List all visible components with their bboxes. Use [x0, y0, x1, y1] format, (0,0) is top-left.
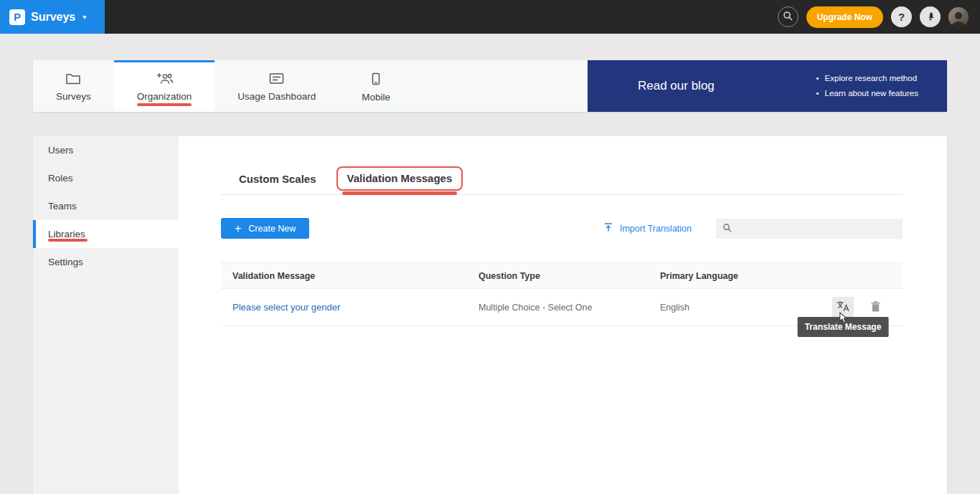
import-translation-link[interactable]: Import Translation: [603, 222, 692, 234]
create-new-label: Create New: [248, 224, 296, 234]
brand-logo-icon: P: [9, 9, 25, 25]
sidebar-item-users[interactable]: Users: [33, 136, 179, 164]
validation-message-link[interactable]: Please select your gender: [232, 302, 340, 313]
sidebar-item-label: Roles: [48, 173, 73, 184]
sidebar-item-label: Users: [48, 145, 73, 156]
plus-icon: +: [235, 223, 241, 234]
search-icon: [722, 222, 732, 235]
user-avatar[interactable]: [948, 7, 969, 27]
blog-bullet-list: Explore research method Learn about new …: [816, 71, 918, 101]
module-tab-label: Usage Dashboard: [237, 91, 316, 102]
module-tab-surveys[interactable]: Surveys: [33, 60, 114, 112]
sidebar-item-libraries[interactable]: Libraries: [33, 220, 179, 248]
help-button[interactable]: ?: [891, 6, 912, 27]
import-icon: [603, 222, 613, 234]
annotation-box-validation-messages: Validation Messages: [336, 166, 463, 191]
module-nav-row: Surveys Organization: [33, 60, 947, 112]
sidebar-item-label: Libraries: [48, 229, 85, 239]
module-tab-organization[interactable]: Organization: [114, 60, 215, 112]
sidebar-item-settings[interactable]: Settings: [33, 248, 179, 276]
mobile-icon: [372, 72, 380, 87]
topbar-actions: Upgrade Now ?: [778, 6, 969, 28]
blog-bullet: Explore research method: [816, 71, 918, 86]
cursor-icon: [839, 312, 849, 326]
folder-icon: [65, 72, 81, 87]
table-toolbar: + Create New Import Translation: [221, 218, 903, 239]
sidebar-item-label: Settings: [48, 257, 83, 267]
tab-validation-messages[interactable]: Validation Messages: [347, 172, 453, 184]
tab-custom-scales[interactable]: Custom Scales: [239, 173, 316, 185]
column-header-validation-message: Validation Message: [232, 271, 479, 281]
module-tab-label: Mobile: [362, 92, 390, 103]
annotation-underline-validation-messages: [342, 191, 458, 195]
app-switcher[interactable]: P Surveys ▾: [0, 0, 105, 34]
annotation-underline-libraries: [48, 239, 88, 242]
toolbar-right: Import Translation: [603, 219, 903, 239]
row-actions: Translate Message: [818, 297, 903, 318]
table-header-row: Validation Message Question Type Primary…: [221, 262, 903, 289]
blog-panel-title: Read our blog: [638, 79, 715, 93]
column-header-primary-language: Primary Language: [660, 271, 818, 281]
app-name: Surveys: [31, 11, 75, 24]
create-new-button[interactable]: + Create New: [221, 218, 309, 239]
dashboard-icon: [269, 72, 284, 87]
trash-icon: [870, 300, 881, 315]
chevron-down-icon: ▾: [83, 13, 86, 21]
primary-language-cell: English: [660, 303, 818, 313]
module-tab-label: Surveys: [56, 91, 91, 102]
people-icon: [156, 72, 174, 87]
module-tab-mobile[interactable]: Mobile: [339, 60, 413, 112]
settings-sidebar: Users Roles Teams Libraries Settings: [33, 136, 179, 494]
question-type-cell: Multiple Choice - Select One: [479, 303, 660, 313]
sidebar-item-label: Teams: [48, 201, 77, 212]
search-input[interactable]: [737, 224, 896, 234]
bell-icon: [925, 10, 936, 24]
upgrade-now-button[interactable]: Upgrade Now: [806, 6, 883, 28]
library-tabs: Custom Scales Validation Messages: [221, 172, 903, 195]
delete-message-button[interactable]: [864, 297, 886, 318]
top-bar: P Surveys ▾ Upgrade Now ?: [0, 0, 980, 34]
blog-promo-panel[interactable]: Read our blog Explore research method Le…: [588, 60, 947, 112]
sidebar-item-roles[interactable]: Roles: [33, 164, 179, 192]
tooltip-wrap: Translate Message: [798, 321, 889, 332]
notifications-button[interactable]: [920, 6, 941, 27]
global-search-button[interactable]: [778, 6, 798, 27]
question-mark-icon: ?: [898, 11, 905, 23]
table-search: [716, 219, 903, 239]
search-icon: [783, 11, 793, 24]
validation-messages-table: Validation Message Question Type Primary…: [221, 262, 903, 326]
translate-message-button[interactable]: Translate Message: [832, 297, 854, 318]
person-silhouette-icon: [948, 10, 969, 27]
sidebar-item-teams[interactable]: Teams: [33, 192, 179, 220]
column-header-question-type: Question Type: [479, 271, 660, 281]
libraries-content: Custom Scales Validation Messages + Crea…: [179, 136, 947, 494]
blog-bullet: Learn about new features: [816, 86, 918, 101]
module-tab-label: Organization: [137, 91, 192, 102]
module-tabs: Surveys Organization: [33, 60, 588, 112]
import-translation-label: Import Translation: [620, 224, 692, 234]
module-tab-usage-dashboard[interactable]: Usage Dashboard: [215, 60, 339, 112]
table-row: Please select your gender Multiple Choic…: [221, 289, 903, 326]
annotation-underline-organization: [137, 103, 192, 106]
main-panel: Users Roles Teams Libraries Settings Cus…: [33, 136, 947, 494]
